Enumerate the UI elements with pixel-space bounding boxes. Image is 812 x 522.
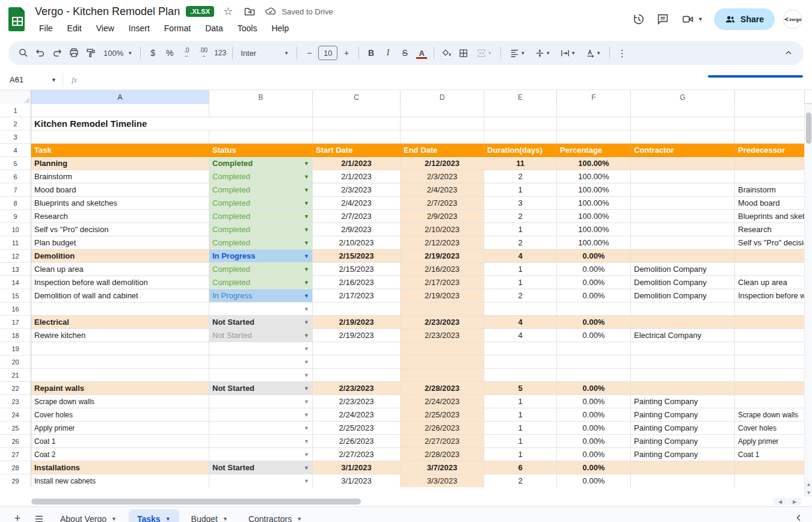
cell-contractor-G18[interactable]: Electrical Company (631, 329, 735, 342)
menu-data[interactable]: Data (201, 22, 227, 34)
cell-percentage-F17[interactable]: 0.00% (557, 316, 631, 329)
row-header-25[interactable]: 25 (0, 422, 31, 435)
cell-duration-E14[interactable]: 1 (484, 276, 557, 289)
status-dropdown-B9[interactable]: Completed▼ (209, 210, 313, 223)
cell-predecessor-H29[interactable] (735, 474, 804, 487)
cell-percentage-F6[interactable]: 100.00% (557, 170, 631, 183)
cell-end-D12[interactable]: 2/19/2023 (401, 250, 484, 263)
scroll-right-icon[interactable]: ▶ (788, 498, 801, 505)
google-sheets-logo[interactable] (8, 7, 26, 31)
row-header-2[interactable]: 2 (0, 117, 31, 130)
cell-task-A21[interactable] (31, 369, 209, 382)
cell-start-C13[interactable]: 2/15/2023 (313, 263, 401, 276)
row-header-12[interactable]: 12 (0, 250, 31, 263)
zoom-dropdown[interactable]: 100%▼ (100, 49, 136, 58)
cell-B3[interactable] (209, 130, 313, 144)
cell-predecessor-H15[interactable]: Inspection before wall demolition (735, 289, 804, 302)
cell-percentage-F22[interactable]: 0.00% (557, 382, 631, 395)
cell-percentage-F13[interactable]: 0.00% (557, 263, 631, 276)
cell-predecessor-H12[interactable] (735, 250, 804, 263)
status-dropdown-B5[interactable]: Completed▼ (209, 157, 313, 170)
cell-start-C28[interactable]: 3/1/2023 (313, 461, 401, 474)
column-header-C[interactable]: C (313, 90, 401, 104)
cell-end-D11[interactable]: 2/12/2023 (401, 236, 484, 250)
cell-F1[interactable] (557, 104, 631, 117)
cell-contractor-G24[interactable]: Painting Company (631, 408, 735, 422)
row-header-5[interactable]: 5 (0, 157, 31, 170)
cell-predecessor-H18[interactable] (735, 329, 804, 342)
cell-predecessor-H10[interactable]: Research (735, 223, 804, 236)
cell-end-D26[interactable]: 2/27/2023 (401, 435, 484, 448)
row-header-7[interactable]: 7 (0, 183, 31, 197)
cell-duration-E29[interactable]: 2 (484, 474, 557, 487)
cell-predecessor-H16[interactable] (735, 302, 804, 316)
cell-percentage-F14[interactable]: 0.00% (557, 276, 631, 289)
status-dropdown-B8[interactable]: Completed▼ (209, 197, 313, 210)
cell-contractor-G6[interactable] (631, 170, 735, 183)
cell-duration-E24[interactable]: 1 (484, 408, 557, 422)
row-header-29[interactable]: 29 (0, 474, 31, 487)
cell-contractor-G5[interactable] (631, 157, 735, 170)
cell-predecessor-H11[interactable]: Self vs "Pro" decision (735, 236, 804, 250)
cell-task-A12[interactable]: Demolition (31, 250, 209, 263)
cell-start-C27[interactable]: 2/27/2023 (313, 448, 401, 461)
number-format-icon[interactable]: 123 (212, 45, 228, 61)
row-header-4[interactable]: 4 (0, 144, 31, 157)
cell-predecessor-H20[interactable] (735, 355, 804, 369)
document-title[interactable]: Vergo - Kitchen Remodel Plan (35, 5, 180, 18)
status-dropdown-B21[interactable]: ▼ (209, 369, 313, 382)
scroll-left-icon[interactable]: ◀ (774, 498, 787, 505)
italic-icon[interactable]: I (380, 45, 396, 61)
cell-duration-E12[interactable]: 4 (484, 250, 557, 263)
all-sheets-icon[interactable] (30, 510, 48, 522)
column-header-G[interactable]: G (631, 90, 735, 104)
cell-task-A29[interactable]: Install new cabnets (31, 474, 209, 487)
row-header-17[interactable]: 17 (0, 316, 31, 329)
cell-task-A18[interactable]: Rewire kitchen (31, 329, 209, 342)
cell-predecessor-H6[interactable] (735, 170, 804, 183)
table-header-contractor[interactable]: Contractor (631, 144, 735, 157)
cell-predecessor-H27[interactable]: Coat 1 (735, 448, 804, 461)
cell-end-D16[interactable] (401, 302, 484, 316)
cell-task-A7[interactable]: Mood board (31, 183, 209, 197)
cell-duration-E21[interactable] (484, 369, 557, 382)
cell-duration-E16[interactable] (484, 302, 557, 316)
cell-contractor-G25[interactable]: Painting Company (631, 422, 735, 435)
status-dropdown-B15[interactable]: In Progress▼ (209, 289, 313, 302)
cell-G1[interactable] (631, 104, 735, 117)
cell-start-C22[interactable]: 2/23/2023 (313, 382, 401, 395)
cell-end-D21[interactable] (401, 369, 484, 382)
cell-end-D10[interactable]: 2/10/2023 (401, 223, 484, 236)
cell-start-C26[interactable]: 2/26/2023 (313, 435, 401, 448)
cell-duration-E18[interactable]: 4 (484, 329, 557, 342)
cell-H3[interactable] (735, 130, 804, 144)
cell-duration-E20[interactable] (484, 355, 557, 369)
menu-view[interactable]: View (92, 22, 118, 34)
bold-icon[interactable]: B (363, 45, 379, 61)
cell-duration-E23[interactable]: 1 (484, 395, 557, 408)
strikethrough-icon[interactable]: S (397, 45, 413, 61)
status-dropdown-B11[interactable]: Completed▼ (209, 236, 313, 250)
name-box[interactable]: A61▼ (0, 75, 63, 84)
cell-predecessor-H19[interactable] (735, 342, 804, 355)
cell-start-C23[interactable]: 2/23/2023 (313, 395, 401, 408)
saved-status[interactable]: Saved to Drive (265, 5, 333, 17)
cell-contractor-G9[interactable] (631, 210, 735, 223)
row-header-15[interactable]: 15 (0, 289, 31, 302)
cell-percentage-F12[interactable]: 0.00% (557, 250, 631, 263)
cell-E3[interactable] (484, 130, 557, 144)
row-header-27[interactable]: 27 (0, 448, 31, 461)
add-sheet-icon[interactable]: + (8, 510, 26, 522)
cell-predecessor-H13[interactable] (735, 263, 804, 276)
row-header-6[interactable]: 6 (0, 170, 31, 183)
vertical-scrollbar[interactable]: ▲ ▼ (804, 104, 812, 497)
move-to-folder-icon[interactable] (242, 4, 257, 19)
cell-start-C11[interactable]: 2/10/2023 (313, 236, 401, 250)
cell-start-C14[interactable]: 2/16/2023 (313, 276, 401, 289)
cell-start-C21[interactable] (313, 369, 401, 382)
collapse-toolbar-icon[interactable] (781, 45, 796, 61)
cell-C2[interactable] (313, 117, 401, 130)
cell-percentage-F11[interactable]: 100.00% (557, 236, 631, 250)
column-header-A[interactable]: A (31, 90, 209, 104)
cell-start-C18[interactable]: 2/19/2023 (313, 329, 401, 342)
